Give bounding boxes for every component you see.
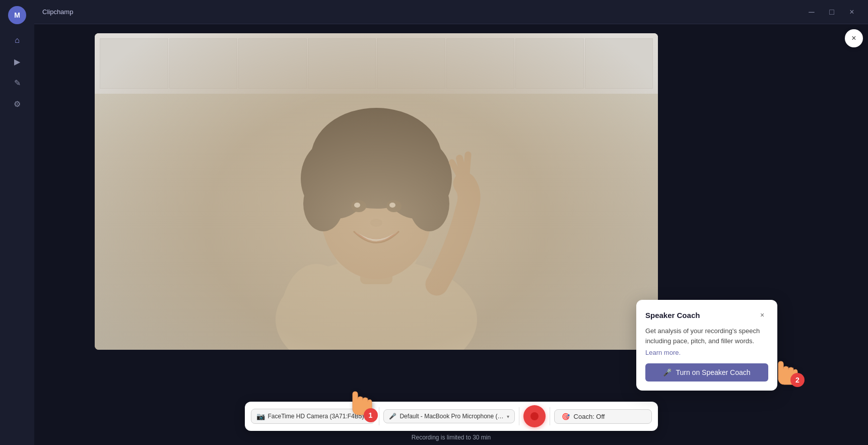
topbar-title: Clipchamp — [42, 8, 73, 16]
record-button[interactable] — [523, 405, 546, 427]
camera-icon: 📷 — [256, 412, 265, 420]
toolbar-divider-2 — [519, 407, 519, 425]
mic-label: Default - MacBook Pro Microphone (… — [399, 413, 503, 420]
coach-label: Coach: Off — [574, 413, 605, 420]
bottom-toolbar: 📷 FaceTime HD Camera (3A71:F4B5) ▾ 🎤 Def… — [245, 402, 658, 431]
speaker-coach-popup: Speaker Coach × Get analysis of your rec… — [636, 300, 777, 391]
mic-dropdown-arrow: ▾ — [507, 414, 509, 419]
mic-select-button[interactable]: 🎤 Default - MacBook Pro Microphone (… ▾ — [383, 409, 514, 423]
camera-label: FaceTime HD Camera (3A71:F4B5) — [268, 413, 364, 420]
close-overlay-button[interactable]: × — [845, 29, 863, 47]
close-app-button[interactable]: × — [844, 4, 860, 20]
popup-learn-more-link[interactable]: Learn more. — [645, 349, 768, 356]
maximize-button[interactable]: □ — [824, 4, 840, 20]
sidebar-item-settings[interactable]: ⚙ — [8, 95, 26, 113]
topbar: Clipchamp ─ □ × — [34, 0, 868, 24]
topbar-right: ─ □ × — [804, 4, 860, 20]
record-indicator — [530, 412, 539, 420]
popup-description: Get analysis of your recording's speech … — [645, 326, 768, 346]
toolbar-divider-3 — [550, 407, 550, 425]
cursor-badge-2: 2 — [790, 373, 805, 387]
sidebar-item-home[interactable]: ⌂ — [8, 31, 26, 49]
recording-limit: Recording is limited to 30 min — [412, 434, 491, 441]
popup-title: Speaker Coach — [645, 311, 700, 320]
camera-select-button[interactable]: 📷 FaceTime HD Camera (3A71:F4B5) ▾ — [251, 409, 375, 424]
popup-close-button[interactable]: × — [756, 309, 768, 321]
toolbar-divider-1 — [379, 407, 379, 425]
video-feed — [95, 33, 658, 350]
speaker-coach-btn-icon: 🎤 — [663, 368, 672, 376]
camera-dropdown-arrow: ▾ — [367, 414, 369, 419]
popup-header: Speaker Coach × — [645, 309, 768, 321]
sidebar-item-edit[interactable]: ✎ — [8, 74, 26, 92]
sidebar-item-play[interactable]: ▶ — [8, 52, 26, 71]
speaker-coach-btn-label: Turn on Speaker Coach — [676, 368, 750, 376]
video-container — [95, 33, 658, 350]
coach-button[interactable]: 🎯 Coach: Off — [554, 409, 652, 424]
turn-on-speaker-coach-button[interactable]: 🎤 Turn on Speaker Coach — [645, 363, 768, 382]
photo-overlay — [95, 33, 658, 350]
coach-icon: 🎯 — [562, 413, 570, 420]
mic-icon: 🎤 — [389, 413, 396, 420]
minimize-button[interactable]: ─ — [804, 4, 820, 20]
sidebar: M ⌂ ▶ ✎ ⚙ — [0, 0, 34, 445]
main-area: 📷 FaceTime HD Camera (3A71:F4B5) ▾ 🎤 Def… — [34, 24, 868, 445]
user-avatar: M — [8, 6, 26, 24]
